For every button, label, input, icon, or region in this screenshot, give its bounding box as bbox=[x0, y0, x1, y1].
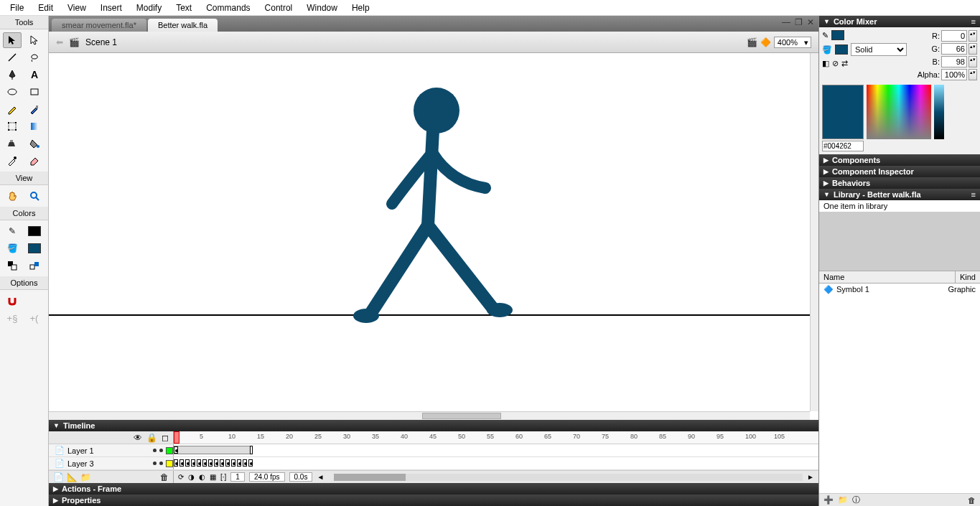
svg-point-22 bbox=[353, 309, 379, 323]
eyedropper-tool[interactable] bbox=[3, 153, 22, 169]
line-tool[interactable] bbox=[3, 50, 22, 65]
hand-tool[interactable] bbox=[3, 188, 22, 204]
fill-color[interactable] bbox=[25, 240, 44, 256]
menu-text[interactable]: Text bbox=[169, 1, 199, 15]
alpha-input[interactable] bbox=[941, 69, 967, 80]
color-spectrum[interactable] bbox=[867, 85, 931, 139]
minimize-icon[interactable]: — bbox=[782, 17, 790, 27]
center-frame-icon[interactable]: ⟳ bbox=[178, 473, 184, 481]
add-guide-icon[interactable]: 📐 bbox=[67, 472, 78, 482]
swap-colors[interactable] bbox=[25, 258, 44, 273]
r-input[interactable] bbox=[941, 30, 967, 42]
straighten-option[interactable]: +( bbox=[25, 310, 44, 326]
menu-control[interactable]: Control bbox=[258, 1, 300, 15]
onion-markers-icon[interactable]: [·] bbox=[220, 473, 226, 481]
default-colors[interactable] bbox=[3, 258, 22, 273]
paint-bucket-tool[interactable] bbox=[25, 136, 44, 151]
text-tool[interactable]: A bbox=[25, 67, 44, 83]
edit-scene-icon[interactable]: 🎬 bbox=[747, 37, 757, 47]
menu-help[interactable]: Help bbox=[345, 1, 377, 15]
timeline-title[interactable]: ▼Timeline bbox=[49, 420, 818, 431]
menu-view[interactable]: View bbox=[60, 1, 93, 15]
library-title[interactable]: ▼Library - Better walk.fla≡ bbox=[819, 189, 980, 200]
color-mixer-title[interactable]: ▼Color Mixer≡ bbox=[819, 16, 980, 27]
g-input[interactable] bbox=[941, 43, 967, 55]
back-icon[interactable]: ⬅ bbox=[56, 37, 63, 47]
library-item[interactable]: 🔷 Symbol 1 Graphic bbox=[819, 284, 980, 296]
svg-rect-3 bbox=[31, 89, 38, 95]
tab-walk[interactable]: Better walk.fla bbox=[148, 19, 218, 32]
smooth-option[interactable]: +§ bbox=[3, 310, 22, 326]
selection-tool[interactable] bbox=[3, 32, 22, 48]
close-icon[interactable]: ✕ bbox=[807, 17, 814, 27]
free-transform-tool[interactable] bbox=[3, 118, 22, 134]
hex-input[interactable] bbox=[822, 141, 864, 151]
menu-file[interactable]: File bbox=[3, 1, 31, 15]
actions-panel-title[interactable]: ▶Actions - Frame bbox=[49, 483, 818, 495]
no-color-icon[interactable]: ⊘ bbox=[832, 59, 839, 68]
restore-icon[interactable]: ❐ bbox=[795, 17, 803, 27]
snap-option[interactable] bbox=[3, 293, 22, 309]
timeline-ruler[interactable]: 5101520253035404550556065707580859095100… bbox=[174, 431, 818, 444]
lock-icon[interactable]: 🔒 bbox=[146, 433, 157, 443]
oval-tool[interactable] bbox=[3, 84, 22, 100]
menu-commands[interactable]: Commands bbox=[199, 1, 257, 15]
menu-window[interactable]: Window bbox=[299, 1, 345, 15]
ink-bottle-tool[interactable] bbox=[3, 136, 22, 151]
outline-icon[interactable]: ◻ bbox=[162, 433, 169, 443]
zoom-tool[interactable] bbox=[25, 188, 44, 204]
lib-col-kind[interactable]: Kind bbox=[956, 271, 980, 283]
layer-3[interactable]: 📄Layer 3 bbox=[49, 457, 174, 469]
eye-icon[interactable]: 👁 bbox=[134, 433, 142, 443]
canvas-scroll-y[interactable] bbox=[810, 53, 818, 411]
menu-modify[interactable]: Modify bbox=[129, 1, 169, 15]
layer-1[interactable]: 📄Layer 1 bbox=[49, 444, 174, 456]
swap-colors-icon[interactable]: ⇄ bbox=[841, 59, 848, 68]
components-title[interactable]: ▶Components bbox=[819, 154, 980, 166]
default-colors-icon[interactable]: ◧ bbox=[822, 59, 829, 68]
edit-frames-icon[interactable]: ▦ bbox=[210, 473, 216, 481]
timeline-scroll[interactable] bbox=[334, 474, 803, 481]
layer-3-frames[interactable] bbox=[174, 457, 818, 469]
playhead[interactable] bbox=[174, 431, 179, 444]
b-input[interactable] bbox=[941, 56, 967, 67]
mixer-stroke-swatch[interactable] bbox=[831, 30, 844, 40]
add-layer-icon[interactable]: 📄 bbox=[53, 472, 64, 482]
canvas-scroll-x[interactable] bbox=[49, 411, 810, 420]
delete-layer-icon[interactable]: 🗑 bbox=[160, 472, 169, 482]
brush-tool[interactable] bbox=[25, 101, 44, 117]
properties-icon[interactable]: ⓘ bbox=[852, 495, 860, 505]
zoom-select[interactable]: 400% bbox=[774, 37, 811, 48]
rect-tool[interactable] bbox=[25, 84, 44, 100]
add-folder-icon[interactable]: 📁 bbox=[80, 472, 91, 482]
properties-panel-title[interactable]: ▶Properties bbox=[49, 495, 818, 506]
stroke-color[interactable] bbox=[25, 223, 44, 239]
inspector-title[interactable]: ▶Component Inspector bbox=[819, 166, 980, 177]
pen-tool[interactable] bbox=[3, 67, 22, 83]
menu-edit[interactable]: Edit bbox=[31, 1, 60, 15]
svg-line-15 bbox=[36, 197, 39, 200]
canvas[interactable] bbox=[49, 53, 818, 420]
stick-figure bbox=[300, 75, 551, 347]
layer-1-frames[interactable] bbox=[174, 444, 818, 456]
behaviors-title[interactable]: ▶Behaviors bbox=[819, 177, 980, 189]
lasso-tool[interactable] bbox=[25, 50, 44, 65]
brightness-slider[interactable] bbox=[934, 85, 944, 139]
pencil-tool[interactable] bbox=[3, 101, 22, 117]
onion-skin-icon[interactable]: ◑ bbox=[188, 473, 195, 481]
subselect-tool[interactable] bbox=[25, 32, 44, 48]
svg-rect-11 bbox=[10, 140, 13, 142]
mixer-fill-swatch[interactable] bbox=[835, 44, 848, 55]
tab-smear[interactable]: smear movement.fla* bbox=[52, 19, 146, 32]
new-folder-icon[interactable]: 📁 bbox=[838, 495, 848, 505]
gradient-transform-tool[interactable] bbox=[25, 118, 44, 134]
new-symbol-icon[interactable]: ➕ bbox=[823, 495, 834, 505]
lib-col-name[interactable]: Name bbox=[819, 271, 956, 283]
delete-symbol-icon[interactable]: 🗑 bbox=[968, 496, 976, 505]
svg-point-14 bbox=[31, 192, 37, 198]
fill-type-select[interactable]: Solid bbox=[851, 43, 907, 56]
menu-insert[interactable]: Insert bbox=[93, 1, 129, 15]
edit-symbol-icon[interactable]: 🔶 bbox=[760, 37, 771, 47]
eraser-tool[interactable] bbox=[25, 153, 44, 169]
onion-outline-icon[interactable]: ◐ bbox=[199, 473, 205, 481]
